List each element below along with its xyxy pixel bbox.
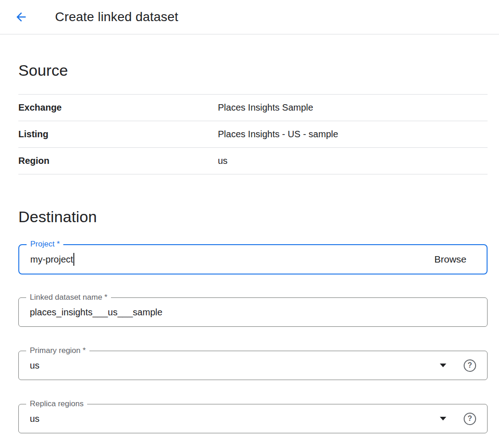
primary-region-field[interactable]: Primary region * us ? — [18, 351, 488, 380]
listing-value: Places Insights - US - sample — [218, 129, 338, 140]
page-title: Create linked dataset — [55, 10, 178, 24]
source-row-exchange: Exchange Places Insights Sample — [18, 95, 488, 121]
project-field[interactable]: Project * my-project Browse — [18, 244, 488, 274]
source-row-listing: Listing Places Insights - US - sample — [18, 121, 488, 148]
replica-regions-field[interactable]: Replica regions us ? — [18, 404, 488, 433]
back-button[interactable] — [11, 7, 31, 27]
destination-heading: Destination — [18, 207, 488, 227]
dropdown-caret-icon[interactable] — [440, 417, 446, 420]
destination-section: Destination Project * my-project Browse … — [18, 207, 488, 433]
source-section: Source Exchange Places Insights Sample L… — [18, 60, 488, 174]
arrow-back-icon — [14, 10, 28, 24]
primary-region-value: us — [30, 360, 39, 371]
replica-regions-value: us — [30, 414, 39, 424]
linked-dataset-name-label: Linked dataset name * — [26, 292, 111, 302]
source-row-region: Region us — [18, 148, 488, 174]
project-field-label: Project * — [27, 239, 63, 249]
text-cursor — [73, 253, 74, 266]
region-value: us — [218, 156, 227, 166]
listing-label: Listing — [18, 129, 218, 140]
exchange-label: Exchange — [18, 102, 218, 113]
region-label: Region — [18, 156, 218, 166]
dropdown-caret-icon[interactable] — [440, 364, 446, 367]
linked-dataset-name-value: places_insights___us___sample — [30, 307, 162, 318]
exchange-value: Places Insights Sample — [218, 102, 313, 113]
help-icon[interactable]: ? — [464, 359, 476, 372]
main-content: Source Exchange Places Insights Sample L… — [0, 60, 499, 433]
linked-dataset-name-field[interactable]: Linked dataset name * places_insights___… — [18, 297, 488, 327]
source-heading: Source — [18, 60, 488, 80]
browse-button[interactable]: Browse — [434, 254, 466, 265]
replica-regions-trailing: ? — [440, 413, 476, 425]
replica-regions-label: Replica regions — [26, 399, 87, 409]
help-icon[interactable]: ? — [464, 413, 476, 425]
source-info-table: Exchange Places Insights Sample Listing … — [18, 94, 488, 174]
header: Create linked dataset — [0, 0, 499, 34]
project-field-value: my-project — [30, 254, 73, 265]
primary-region-label: Primary region * — [26, 346, 89, 356]
primary-region-trailing: ? — [440, 359, 476, 372]
